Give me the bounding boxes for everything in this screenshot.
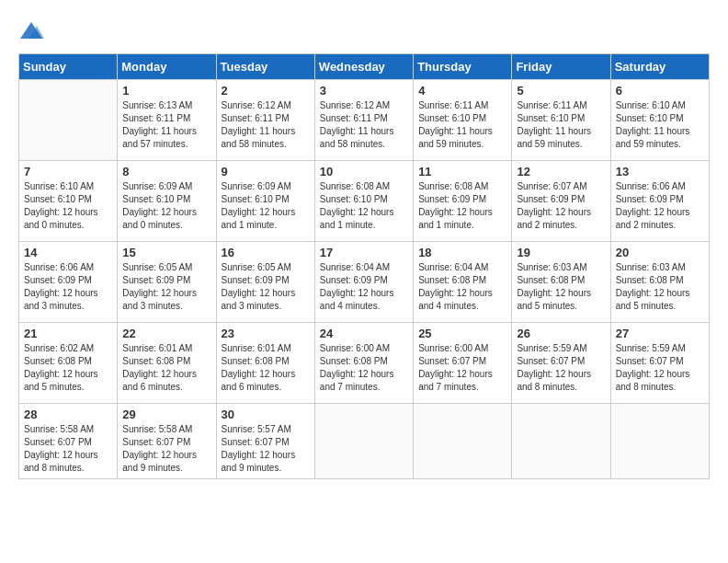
logo-icon bbox=[18, 18, 44, 44]
calendar-cell bbox=[19, 80, 118, 161]
day-info: Sunrise: 5:58 AM Sunset: 6:07 PM Dayligh… bbox=[24, 423, 112, 475]
calendar-cell: 10Sunrise: 6:08 AM Sunset: 6:10 PM Dayli… bbox=[314, 161, 413, 242]
day-number: 24 bbox=[320, 327, 408, 340]
day-number: 25 bbox=[418, 327, 506, 340]
day-number: 1 bbox=[122, 84, 210, 98]
calendar-cell: 15Sunrise: 6:05 AM Sunset: 6:09 PM Dayli… bbox=[118, 242, 216, 323]
day-info: Sunrise: 6:07 AM Sunset: 6:09 PM Dayligh… bbox=[517, 180, 605, 232]
calendar-cell: 13Sunrise: 6:06 AM Sunset: 6:09 PM Dayli… bbox=[610, 161, 709, 242]
day-number: 5 bbox=[517, 84, 605, 98]
day-info: Sunrise: 6:01 AM Sunset: 6:08 PM Dayligh… bbox=[222, 342, 310, 394]
logo bbox=[18, 18, 48, 44]
day-info: Sunrise: 5:59 AM Sunset: 6:07 PM Dayligh… bbox=[517, 342, 605, 394]
calendar-week-row: 7Sunrise: 6:10 AM Sunset: 6:10 PM Daylig… bbox=[19, 161, 710, 242]
calendar-week-row: 14Sunrise: 6:06 AM Sunset: 6:09 PM Dayli… bbox=[19, 242, 710, 323]
calendar-cell: 12Sunrise: 6:07 AM Sunset: 6:09 PM Dayli… bbox=[512, 161, 610, 242]
header-monday: Monday bbox=[118, 54, 216, 80]
day-info: Sunrise: 6:11 AM Sunset: 6:10 PM Dayligh… bbox=[517, 99, 605, 151]
calendar-cell: 23Sunrise: 6:01 AM Sunset: 6:08 PM Dayli… bbox=[216, 323, 314, 404]
day-number: 2 bbox=[222, 84, 310, 98]
day-info: Sunrise: 6:11 AM Sunset: 6:10 PM Dayligh… bbox=[418, 99, 506, 151]
calendar-week-row: 1Sunrise: 6:13 AM Sunset: 6:11 PM Daylig… bbox=[19, 80, 710, 161]
day-number: 26 bbox=[517, 327, 605, 340]
calendar-cell: 19Sunrise: 6:03 AM Sunset: 6:08 PM Dayli… bbox=[512, 242, 610, 323]
day-number: 11 bbox=[418, 165, 506, 178]
day-number: 22 bbox=[122, 327, 210, 340]
day-number: 13 bbox=[616, 165, 704, 178]
day-number: 29 bbox=[122, 408, 210, 421]
calendar-cell: 20Sunrise: 6:03 AM Sunset: 6:08 PM Dayli… bbox=[610, 242, 709, 323]
day-info: Sunrise: 6:01 AM Sunset: 6:08 PM Dayligh… bbox=[122, 342, 210, 394]
day-info: Sunrise: 6:04 AM Sunset: 6:09 PM Dayligh… bbox=[320, 261, 408, 313]
calendar-cell: 6Sunrise: 6:10 AM Sunset: 6:10 PM Daylig… bbox=[610, 80, 709, 161]
header-thursday: Thursday bbox=[414, 54, 512, 80]
calendar-cell: 7Sunrise: 6:10 AM Sunset: 6:10 PM Daylig… bbox=[19, 161, 118, 242]
calendar-cell bbox=[314, 404, 413, 479]
calendar-cell bbox=[414, 404, 512, 479]
day-info: Sunrise: 6:13 AM Sunset: 6:11 PM Dayligh… bbox=[122, 99, 210, 151]
header-tuesday: Tuesday bbox=[216, 54, 314, 80]
day-number: 8 bbox=[122, 165, 210, 178]
calendar-table: SundayMondayTuesdayWednesdayThursdayFrid… bbox=[18, 53, 710, 479]
calendar-cell: 29Sunrise: 5:58 AM Sunset: 6:07 PM Dayli… bbox=[118, 404, 216, 479]
calendar-cell: 9Sunrise: 6:09 AM Sunset: 6:10 PM Daylig… bbox=[216, 161, 314, 242]
day-info: Sunrise: 6:05 AM Sunset: 6:09 PM Dayligh… bbox=[222, 261, 310, 313]
calendar-cell: 14Sunrise: 6:06 AM Sunset: 6:09 PM Dayli… bbox=[19, 242, 118, 323]
calendar-cell: 21Sunrise: 6:02 AM Sunset: 6:08 PM Dayli… bbox=[19, 323, 118, 404]
day-number: 9 bbox=[222, 165, 310, 178]
header-friday: Friday bbox=[512, 54, 610, 80]
day-number: 15 bbox=[122, 246, 210, 259]
day-number: 19 bbox=[517, 246, 605, 259]
day-info: Sunrise: 6:03 AM Sunset: 6:08 PM Dayligh… bbox=[517, 261, 605, 313]
day-info: Sunrise: 6:00 AM Sunset: 6:08 PM Dayligh… bbox=[320, 342, 408, 394]
day-number: 28 bbox=[24, 408, 112, 421]
day-info: Sunrise: 6:00 AM Sunset: 6:07 PM Dayligh… bbox=[418, 342, 506, 394]
header bbox=[18, 18, 710, 44]
day-info: Sunrise: 6:10 AM Sunset: 6:10 PM Dayligh… bbox=[24, 180, 112, 232]
day-number: 3 bbox=[320, 84, 408, 98]
calendar-header-row: SundayMondayTuesdayWednesdayThursdayFrid… bbox=[19, 54, 710, 80]
day-info: Sunrise: 6:09 AM Sunset: 6:10 PM Dayligh… bbox=[122, 180, 210, 232]
header-wednesday: Wednesday bbox=[314, 54, 413, 80]
calendar-cell: 18Sunrise: 6:04 AM Sunset: 6:08 PM Dayli… bbox=[414, 242, 512, 323]
calendar-cell: 3Sunrise: 6:12 AM Sunset: 6:11 PM Daylig… bbox=[314, 80, 413, 161]
day-info: Sunrise: 6:02 AM Sunset: 6:08 PM Dayligh… bbox=[24, 342, 112, 394]
day-info: Sunrise: 6:06 AM Sunset: 6:09 PM Dayligh… bbox=[616, 180, 704, 232]
day-info: Sunrise: 6:12 AM Sunset: 6:11 PM Dayligh… bbox=[222, 99, 310, 151]
calendar-week-row: 21Sunrise: 6:02 AM Sunset: 6:08 PM Dayli… bbox=[19, 323, 710, 404]
header-saturday: Saturday bbox=[610, 54, 709, 80]
day-number: 18 bbox=[418, 246, 506, 259]
calendar-cell: 25Sunrise: 6:00 AM Sunset: 6:07 PM Dayli… bbox=[414, 323, 512, 404]
calendar-cell: 2Sunrise: 6:12 AM Sunset: 6:11 PM Daylig… bbox=[216, 80, 314, 161]
day-number: 12 bbox=[517, 165, 605, 178]
day-info: Sunrise: 6:05 AM Sunset: 6:09 PM Dayligh… bbox=[122, 261, 210, 313]
calendar-cell: 22Sunrise: 6:01 AM Sunset: 6:08 PM Dayli… bbox=[118, 323, 216, 404]
calendar-cell: 5Sunrise: 6:11 AM Sunset: 6:10 PM Daylig… bbox=[512, 80, 610, 161]
day-info: Sunrise: 5:57 AM Sunset: 6:07 PM Dayligh… bbox=[222, 423, 310, 475]
day-number: 14 bbox=[24, 246, 112, 259]
day-number: 20 bbox=[616, 246, 704, 259]
day-number: 10 bbox=[320, 165, 408, 178]
day-number: 16 bbox=[222, 246, 310, 259]
day-info: Sunrise: 5:59 AM Sunset: 6:07 PM Dayligh… bbox=[616, 342, 704, 394]
calendar-cell: 17Sunrise: 6:04 AM Sunset: 6:09 PM Dayli… bbox=[314, 242, 413, 323]
day-number: 4 bbox=[418, 84, 506, 98]
calendar-cell: 30Sunrise: 5:57 AM Sunset: 6:07 PM Dayli… bbox=[216, 404, 314, 479]
calendar-week-row: 28Sunrise: 5:58 AM Sunset: 6:07 PM Dayli… bbox=[19, 404, 710, 479]
calendar-cell bbox=[610, 404, 709, 479]
day-number: 30 bbox=[222, 408, 310, 421]
day-number: 21 bbox=[24, 327, 112, 340]
calendar-cell: 27Sunrise: 5:59 AM Sunset: 6:07 PM Dayli… bbox=[610, 323, 709, 404]
calendar-cell: 1Sunrise: 6:13 AM Sunset: 6:11 PM Daylig… bbox=[118, 80, 216, 161]
calendar-cell: 26Sunrise: 5:59 AM Sunset: 6:07 PM Dayli… bbox=[512, 323, 610, 404]
header-sunday: Sunday bbox=[19, 54, 118, 80]
calendar-cell: 28Sunrise: 5:58 AM Sunset: 6:07 PM Dayli… bbox=[19, 404, 118, 479]
calendar-cell: 11Sunrise: 6:08 AM Sunset: 6:09 PM Dayli… bbox=[414, 161, 512, 242]
calendar-cell: 4Sunrise: 6:11 AM Sunset: 6:10 PM Daylig… bbox=[414, 80, 512, 161]
calendar-cell bbox=[512, 404, 610, 479]
calendar-cell: 16Sunrise: 6:05 AM Sunset: 6:09 PM Dayli… bbox=[216, 242, 314, 323]
day-info: Sunrise: 6:12 AM Sunset: 6:11 PM Dayligh… bbox=[320, 99, 408, 151]
day-info: Sunrise: 6:09 AM Sunset: 6:10 PM Dayligh… bbox=[222, 180, 310, 232]
day-number: 7 bbox=[24, 165, 112, 178]
day-info: Sunrise: 6:10 AM Sunset: 6:10 PM Dayligh… bbox=[616, 99, 704, 151]
